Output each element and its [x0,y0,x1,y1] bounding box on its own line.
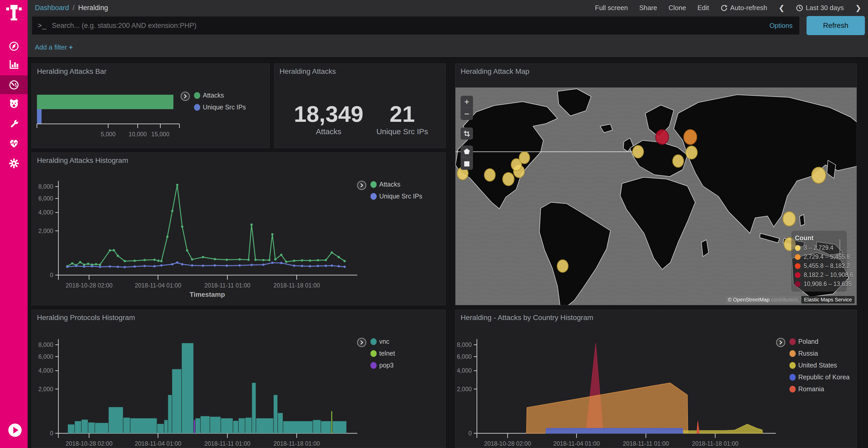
share-button[interactable]: Share [639,4,657,12]
crop-icon [463,130,470,137]
add-filter-link[interactable]: Add a filter + [35,43,73,51]
query-prompt-icon: >_ [38,22,47,30]
topbar-actions: Full screen Share Clone Edit Auto-refres… [595,4,868,12]
breadcrumb-current: Heralding [78,4,108,12]
svg-text:4,000: 4,000 [457,367,472,374]
legend-series-dot [789,386,796,392]
legend-toggle-button[interactable] [776,338,785,347]
map-legend-dot [795,272,801,278]
svg-text:2018-11-04 01:00: 2018-11-04 01:00 [553,440,600,447]
legend-item-attacks[interactable]: Attacks [194,92,246,99]
map-legend-dot [795,281,801,287]
gear-icon [8,158,20,169]
legend-item-unique-src-ips[interactable]: Unique Src IPs [370,193,423,200]
svg-text:2018-11-18 01:00: 2018-11-18 01:00 [274,440,320,447]
metric-attacks: 18,349 Attacks [290,102,367,136]
svg-text:0: 0 [50,272,53,278]
osm-link[interactable]: © OpenStreetMap [728,297,769,303]
map-zoom-controls: + − [461,96,473,120]
legend-item-telnet[interactable]: telnet [370,350,395,357]
map-legend-item: 2,729.4 – 5,455.8 [795,253,844,261]
legend-toggle-button[interactable] [357,181,366,190]
panel-title: Heralding Protocols Histogram [37,314,135,322]
map-draw-rectangle-button[interactable] [461,158,473,170]
svg-text:0: 0 [50,430,53,437]
svg-text:0: 0 [468,430,472,437]
legend-series-label: Unique Src IPs [203,103,246,111]
panel-title: Heralding Attacks Histogram [37,157,128,165]
panel-title: Heralding Attacks [280,67,336,76]
legend-series-label: Unique Src IPs [379,193,423,200]
svg-text:2,000: 2,000 [38,386,53,392]
options-link[interactable]: Options [769,22,799,30]
legend-item-united-states[interactable]: United States [789,361,850,369]
sidebar-item-discover[interactable] [0,37,28,56]
sidebar-collapse-button[interactable] [7,423,23,438]
legend-item-romania[interactable]: Romania [789,385,850,393]
breadcrumb-dashboard-link[interactable]: Dashboard [35,4,69,12]
sidebar-item-dev-tools[interactable] [0,114,28,133]
svg-text:4,000: 4,000 [38,209,53,216]
svg-text:2018-11-04 01:00: 2018-11-04 01:00 [135,282,181,289]
legend-item-vnc[interactable]: vnc [370,338,395,345]
sidebar-item-management[interactable] [0,154,28,173]
time-forward-button[interactable]: ❯ [855,4,861,12]
search-input[interactable] [52,22,770,30]
metric-value: 21 [365,102,440,126]
legend-series-dot [789,362,796,369]
heartbeat-icon [8,138,20,149]
breadcrumb: Dashboard / Heralding [35,4,108,12]
map-zoom-in-button[interactable]: + [461,96,473,108]
map-legend-dot [795,263,801,269]
edit-button[interactable]: Edit [698,4,709,12]
legend-item-russia[interactable]: Russia [789,350,850,357]
svg-text:6,000: 6,000 [38,353,53,360]
collapse-arrow-icon [7,423,23,438]
svg-text:2018-11-11 01:00: 2018-11-11 01:00 [204,440,250,447]
ems-link[interactable]: Elastic Maps Service [801,296,855,304]
svg-text:2018-11-18 01:00: 2018-11-18 01:00 [692,440,739,447]
sidebar-item-sentinl[interactable] [0,94,28,113]
sidebar-item-dashboard[interactable] [0,75,28,94]
metric-label: Unique Src IPs [365,127,440,136]
legend-series-dot [370,362,377,369]
chart-legend: PolandRussiaUnited StatesRepublic of Kor… [776,338,850,393]
legend-toggle-button[interactable] [357,338,366,347]
map-legend-dot [795,245,801,251]
svg-text:Timestamp: Timestamp [190,290,225,298]
legend-toggle-button[interactable] [181,92,190,101]
auto-refresh-button[interactable]: Auto-refresh [720,4,767,12]
map-zoom-out-button[interactable]: − [461,108,473,120]
legend-item-poland[interactable]: Poland [789,338,850,345]
world-map[interactable]: + − [456,88,857,305]
wrench-icon [8,118,20,130]
refresh-button[interactable]: Refresh [807,16,865,35]
time-back-button[interactable]: ❮ [779,4,784,12]
map-legend-item: 3 – 2,729.4 [795,244,844,251]
legend-series-label: vnc [379,338,389,345]
rectangle-icon [464,161,470,167]
time-picker-button[interactable]: Last 30 days [796,4,844,12]
legend-item-unique-src-ips[interactable]: Unique Src IPs [194,103,246,111]
legend-item-republic-of-korea[interactable]: Republic of Korea [789,373,850,381]
map-fit-control [461,128,473,140]
map-legend-range: 3 – 2,729.4 [804,244,833,251]
panel-attacks-histogram: Heralding Attacks Histogram 02,0004,0006… [32,152,445,305]
legend-item-pop3[interactable]: pop3 [370,361,395,369]
legend-item-attacks[interactable]: Attacks [370,181,423,188]
map-crop-button[interactable] [461,128,473,140]
map-draw-polygon-button[interactable] [461,145,473,158]
clone-button[interactable]: Clone [669,4,686,12]
panel-attack-map: Heralding Attack Map [455,64,857,305]
sidebar-item-visualize[interactable] [0,55,28,74]
t-mobile-logo[interactable] [6,4,22,22]
chevron-right-icon [360,183,364,187]
panel-protocols-histogram: Heralding Protocols Histogram 02,0004,00… [32,310,445,448]
map-legend-item: 8,182.2 – 10,908.6 [795,272,844,278]
svg-text:2,000: 2,000 [38,228,53,234]
svg-text:2018-11-04 01:00: 2018-11-04 01:00 [135,440,181,447]
breadcrumb-separator: / [72,4,75,12]
sidebar-item-monitoring[interactable] [0,134,28,153]
legend-series-dot [789,338,796,345]
full-screen-button[interactable]: Full screen [595,4,628,12]
